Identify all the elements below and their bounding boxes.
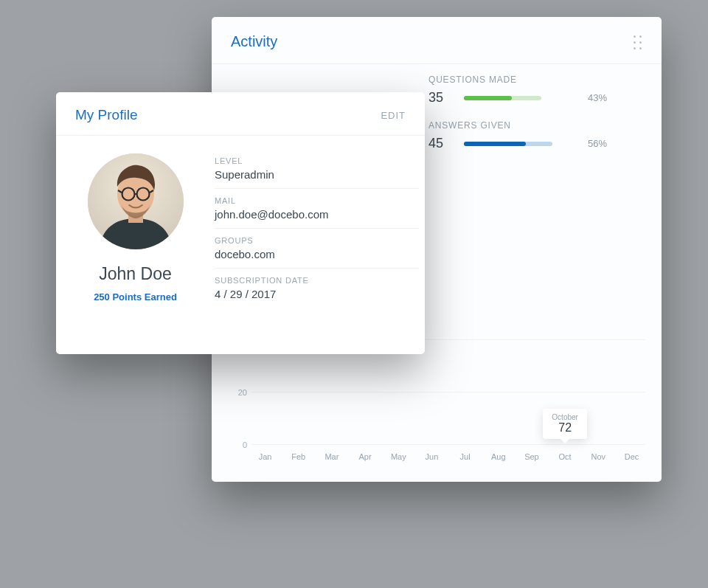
metric-value: 35 [428, 90, 451, 106]
profile-name: John Doe [99, 264, 171, 284]
avatar[interactable] [88, 153, 184, 249]
metric-percent: 43% [588, 92, 617, 103]
activity-metrics: QUESTIONS MADE 35 43% ANSWERS GIVEN 45 5… [428, 75, 642, 166]
x-axis-label: Jan [259, 452, 272, 461]
tooltip-value: 72 [552, 421, 578, 435]
info-value: docebo.com [215, 248, 419, 260]
info-value: john.doe@docebo.com [215, 208, 419, 221]
x-axis-label: Apr [359, 452, 372, 461]
metric-label: ANSWERS GIVEN [428, 120, 642, 131]
info-label: LEVEL [215, 156, 419, 165]
profile-title: My Profile [75, 107, 137, 123]
drag-handle-icon[interactable] [632, 34, 642, 50]
x-axis-label: Aug [491, 452, 506, 461]
profile-points: 250 Points Earned [94, 291, 177, 302]
info-subscription-date: SUBSCRIPTION DATE 4 / 29 / 2017 [215, 269, 419, 308]
info-value: Superadmin [215, 168, 419, 181]
profile-details: LEVEL Superadmin MAIL john.doe@docebo.co… [215, 136, 425, 354]
y-axis-tick: 20 [226, 388, 247, 397]
profile-summary: John Doe 250 Points Earned [56, 136, 215, 354]
x-axis-label: Jul [460, 452, 471, 461]
activity-title: Activity [231, 33, 277, 50]
metric-answers-given: ANSWERS GIVEN 45 56% [428, 120, 642, 151]
info-groups: GROUPS docebo.com [215, 229, 419, 269]
metric-percent: 56% [588, 138, 617, 149]
profile-header: My Profile EDIT [56, 92, 425, 136]
info-label: MAIL [215, 196, 419, 205]
x-axis-label: May [391, 452, 406, 461]
metric-questions-made: QUESTIONS MADE 35 43% [428, 75, 642, 106]
x-axis-label: Dec [625, 452, 639, 461]
info-label: SUBSCRIPTION DATE [215, 276, 419, 285]
x-axis-label: Nov [591, 452, 606, 461]
metric-value: 45 [428, 136, 451, 151]
info-mail: MAIL john.doe@docebo.com [215, 189, 419, 229]
x-axis-label: Jun [426, 452, 439, 461]
chart-tooltip: October72 [543, 409, 587, 439]
metric-label: QUESTIONS MADE [428, 75, 642, 85]
x-axis-label: Sep [524, 452, 539, 461]
x-axis-label: Oct [559, 452, 572, 461]
activity-header: Activity [212, 17, 662, 64]
y-axis-tick: 0 [226, 440, 247, 449]
x-axis-label: Feb [291, 452, 305, 461]
info-label: GROUPS [215, 236, 419, 245]
profile-card: My Profile EDIT [56, 92, 425, 354]
progress-bar [464, 142, 575, 146]
tooltip-month: October [552, 413, 578, 421]
edit-button[interactable]: EDIT [381, 110, 406, 121]
info-level: LEVEL Superadmin [215, 149, 419, 189]
progress-bar [464, 96, 575, 100]
x-axis-label: Mar [324, 452, 339, 461]
info-value: 4 / 29 / 2017 [215, 288, 419, 300]
